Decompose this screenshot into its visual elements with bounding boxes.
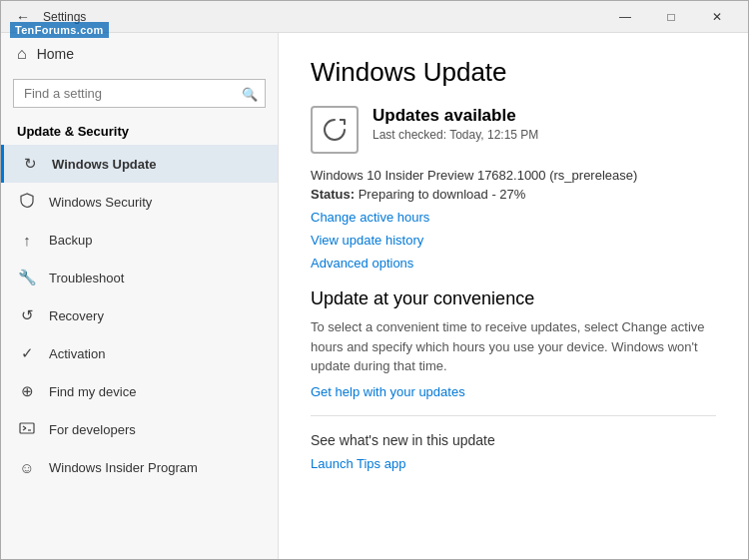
whats-new-label: See what's new in this update <box>311 432 716 448</box>
sidebar-item-activation[interactable]: ✓ Activation <box>1 334 278 372</box>
window-title: Settings <box>37 10 602 24</box>
windows-security-icon <box>17 193 37 212</box>
sidebar-item-label: Backup <box>49 233 92 248</box>
launch-tips-link[interactable]: Launch Tips app <box>311 456 716 471</box>
search-icon: 🔍 <box>242 86 258 101</box>
minimize-button[interactable]: — <box>602 1 648 33</box>
update-status-text: Updates available Last checked: Today, 1… <box>373 106 538 142</box>
backup-icon: ↑ <box>17 232 37 249</box>
close-button[interactable]: ✕ <box>694 1 740 33</box>
svg-rect-0 <box>20 423 34 433</box>
settings-window: ← Settings — □ ✕ TenForums.com ⌂ Home 🔍 <box>0 0 749 560</box>
convenience-heading: Update at your convenience <box>311 288 716 309</box>
section-divider <box>311 415 716 416</box>
update-info-text: Windows 10 Insider Preview 17682.1000 (r… <box>311 168 637 183</box>
sidebar-section-title: Update & Security <box>1 116 278 145</box>
maximize-button[interactable]: □ <box>648 1 694 33</box>
status-label: Status: <box>311 187 355 202</box>
sidebar: TenForums.com ⌂ Home 🔍 Update & Security… <box>1 33 279 559</box>
sidebar-item-troubleshoot[interactable]: 🔧 Troubleshoot <box>1 259 278 296</box>
troubleshoot-icon: 🔧 <box>17 269 37 286</box>
sidebar-item-find-device[interactable]: ⊕ Find my device <box>1 372 278 410</box>
last-checked-text: Last checked: Today, 12:15 PM <box>373 128 538 142</box>
page-title: Windows Update <box>311 57 716 88</box>
update-info: Windows 10 Insider Preview 17682.1000 (r… <box>311 168 716 183</box>
window-controls: — □ ✕ <box>602 1 740 33</box>
sidebar-home-label: Home <box>37 46 74 62</box>
update-available-title: Updates available <box>373 106 538 126</box>
update-status-box: Updates available Last checked: Today, 1… <box>311 106 716 154</box>
status-info: Status: Preparing to download - 27% <box>311 187 716 202</box>
advanced-options-link[interactable]: Advanced options <box>311 256 716 271</box>
sidebar-item-recovery[interactable]: ↺ Recovery <box>1 296 278 334</box>
update-icon-box <box>311 106 359 154</box>
sidebar-item-windows-security[interactable]: Windows Security <box>1 183 278 222</box>
sidebar-item-label: Activation <box>49 346 105 361</box>
sidebar-item-label: For developers <box>49 422 136 437</box>
svg-line-2 <box>23 428 26 430</box>
sidebar-item-home[interactable]: ⌂ Home <box>1 33 278 75</box>
convenience-desc: To select a convenient time to receive u… <box>311 317 716 376</box>
refresh-icon <box>320 115 350 145</box>
windows-insider-icon: ☺ <box>17 459 37 476</box>
recovery-icon: ↺ <box>17 306 37 324</box>
developers-icon <box>17 420 37 439</box>
search-box: 🔍 <box>13 79 266 108</box>
content-area: TenForums.com ⌂ Home 🔍 Update & Security… <box>1 33 748 559</box>
get-help-link[interactable]: Get help with your updates <box>311 384 716 399</box>
windows-update-icon: ↻ <box>20 155 40 173</box>
view-update-history-link[interactable]: View update history <box>311 233 716 248</box>
sidebar-item-label: Windows Insider Program <box>49 460 198 475</box>
status-value: Preparing to download - 27% <box>359 187 526 202</box>
sidebar-item-label: Troubleshoot <box>49 271 124 285</box>
sidebar-item-windows-update[interactable]: ↻ Windows Update <box>1 145 278 183</box>
find-device-icon: ⊕ <box>17 382 37 400</box>
search-input[interactable] <box>13 79 266 108</box>
sidebar-item-label: Windows Security <box>49 195 152 210</box>
sidebar-item-label: Recovery <box>49 308 104 323</box>
change-active-hours-link[interactable]: Change active hours <box>311 210 716 225</box>
activation-icon: ✓ <box>17 344 37 362</box>
back-button[interactable]: ← <box>9 3 37 31</box>
main-content: Windows Update Updates available Last ch… <box>279 33 748 559</box>
sidebar-item-windows-insider[interactable]: ☺ Windows Insider Program <box>1 449 278 486</box>
sidebar-item-label: Windows Update <box>52 157 157 172</box>
title-bar: ← Settings — □ ✕ <box>1 1 748 33</box>
home-icon: ⌂ <box>17 45 27 63</box>
sidebar-item-for-developers[interactable]: For developers <box>1 410 278 449</box>
main-scroll-area: Windows Update Updates available Last ch… <box>279 33 748 559</box>
sidebar-item-backup[interactable]: ↑ Backup <box>1 222 278 259</box>
sidebar-item-label: Find my device <box>49 384 136 399</box>
